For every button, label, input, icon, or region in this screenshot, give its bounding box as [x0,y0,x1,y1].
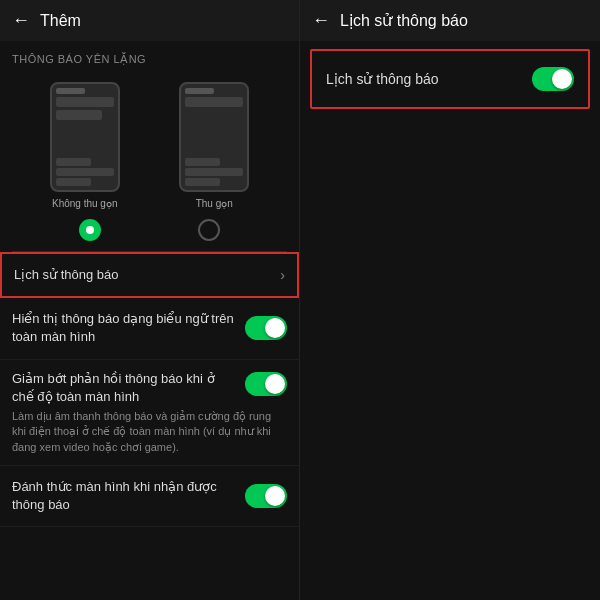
bottom-bar-2 [56,168,114,176]
phone-option-1[interactable]: Không thu gọn [50,82,120,209]
left-title: Thêm [40,12,81,30]
danh-thuc-label: Đánh thức màn hình khi nhận được thông b… [12,478,245,514]
giam-bot-sub: Làm dịu âm thanh thông báo và giảm cường… [12,409,287,455]
bottom-bar-1 [56,158,91,166]
phone-label-2: Thu gọn [196,198,233,209]
phone-options: Không thu gọn Thu gọn [0,72,299,215]
hien-thi-label: Hiển thị thông báo dạng biểu ngữ trên to… [12,310,245,346]
right-title: Lịch sử thông báo [340,11,468,30]
left-back-button[interactable]: ← [12,10,30,31]
phone-top-bar-2 [185,88,214,94]
notif-bar-1 [56,97,114,107]
chevron-icon: › [280,267,285,283]
lich-su-label: Lịch sử thông báo [14,266,280,284]
radio-collapsed[interactable] [198,219,220,241]
bottom-bar-3 [56,178,91,186]
left-panel: ← Thêm THÔNG BÁO YÊN LẶNG Không thu gọn [0,0,300,600]
bottom-bar-4 [185,158,220,166]
lich-su-toggle-item[interactable]: Lịch sử thông báo [310,49,590,109]
phone-mockup-expanded [50,82,120,192]
bottom-bar-5 [185,168,243,176]
lich-su-item[interactable]: Lịch sử thông báo › [0,252,299,298]
lich-su-toggle[interactable] [532,67,574,91]
phone-bottom-2 [185,158,243,186]
phone-bottom [56,158,114,186]
radio-row [0,215,299,251]
giam-bot-toggle[interactable] [245,372,287,396]
right-panel: ← Lịch sử thông báo Lịch sử thông báo [300,0,600,600]
bottom-bar-6 [185,178,220,186]
giam-bot-label: Giảm bớt phản hồi thông báo khi ở chế độ… [12,370,245,406]
danh-thuc-toggle[interactable] [245,484,287,508]
phone-top-bar [56,88,85,94]
right-back-button[interactable]: ← [312,10,330,31]
giam-bot-item[interactable]: Giảm bớt phản hồi thông báo khi ở chế độ… [0,360,299,467]
phone-label-1: Không thu gọn [52,198,118,209]
danh-thuc-item[interactable]: Đánh thức màn hình khi nhận được thông b… [0,466,299,527]
section-label: THÔNG BÁO YÊN LẶNG [0,41,299,72]
lich-su-toggle-label: Lịch sử thông báo [326,71,439,87]
notif-bar-2 [56,110,102,120]
right-header: ← Lịch sử thông báo [300,0,600,41]
notif-bar-3 [185,97,243,107]
hien-thi-item[interactable]: Hiển thị thông báo dạng biểu ngữ trên to… [0,298,299,359]
left-header: ← Thêm [0,0,299,41]
hien-thi-toggle[interactable] [245,316,287,340]
phone-mockup-collapsed [179,82,249,192]
phone-option-2[interactable]: Thu gọn [179,82,249,209]
radio-expanded[interactable] [79,219,101,241]
